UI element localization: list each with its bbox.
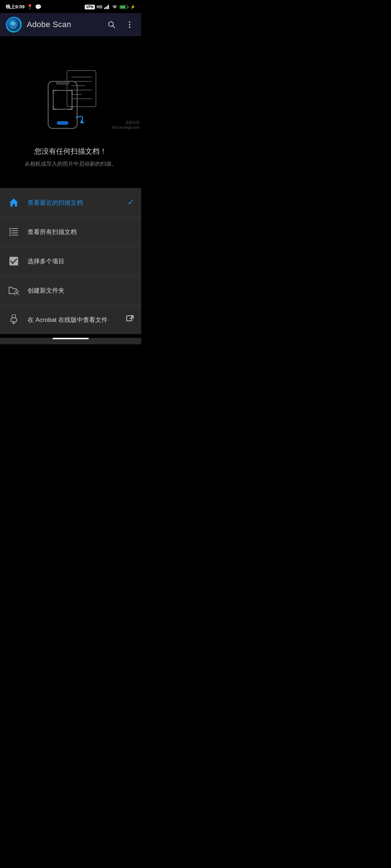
empty-illustration [38,63,103,136]
svg-rect-26 [12,230,18,231]
svg-rect-2 [107,6,108,9]
nav-indicator [52,338,89,339]
active-check-icon: ✓ [127,198,134,207]
home-icon [7,196,20,209]
menu-item-folder[interactable]: 创建新文件夹 [0,276,141,305]
menu-item-acrobat[interactable]: 在 Acrobat 在线版中查看文件 [0,305,141,334]
bottom-menu: 查看最近的扫描文档 ✓ 查看所有扫描文档 选择多个项目 [0,188,141,334]
search-icon [107,20,116,29]
status-time-area: 晚上9:09 📍 💬 [6,4,41,10]
vpn-badge: VPN [85,5,95,9]
more-button[interactable] [124,19,135,30]
more-icon [125,20,134,29]
menu-label-acrobat: 在 Acrobat 在线版中查看文件 [28,316,126,324]
charging-icon: ⚡ [130,5,135,9]
empty-subtitle: 从相机或导入的照片中启动新的扫描。 [25,160,117,168]
svg-rect-30 [12,235,18,235]
signal-icon [104,5,110,9]
status-bar: 晚上9:09 📍 💬 VPN HD ⚡ [0,0,141,13]
menu-label-recent: 查看最近的扫描文档 [28,199,127,207]
notif-icon-2: 💬 [35,4,41,10]
svg-point-9 [129,24,130,25]
app-bar-actions [106,19,135,30]
watermark-line2: bbs.liuxingw.com [112,125,140,130]
app-logo [6,17,22,33]
checkbox-icon [7,255,20,268]
acrobat-icon [7,313,20,326]
svg-rect-21 [57,121,68,125]
svg-rect-11 [67,71,96,107]
menu-label-all: 查看所有扫描文档 [28,228,134,236]
battery-indicator [119,5,129,9]
svg-rect-25 [9,230,11,231]
svg-point-35 [12,314,16,318]
svg-line-7 [113,26,115,28]
svg-point-8 [129,21,130,23]
svg-rect-19 [56,81,69,84]
menu-item-all[interactable]: 查看所有扫描文档 [0,217,141,247]
menu-label-select: 选择多个项目 [28,257,134,265]
status-right-area: VPN HD ⚡ [85,5,135,9]
watermark-line1: 流星社区 [112,120,140,125]
empty-title: 您没有任何扫描文档！ [34,146,107,156]
svg-point-5 [12,23,15,26]
main-content: 您没有任何扫描文档！ 从相机或导入的照片中启动新的扫描。 流星社区 bbs.li… [0,36,141,188]
svg-rect-0 [104,8,105,9]
svg-rect-3 [108,5,109,9]
svg-rect-1 [106,7,107,9]
svg-marker-22 [80,120,84,123]
hd-badge: HD [97,5,102,9]
svg-point-10 [129,26,130,28]
watermark: 流星社区 bbs.liuxingw.com [112,120,141,130]
external-link-icon [126,315,134,325]
app-bar: Adobe Scan [0,13,141,36]
time-display: 晚上9:09 [6,4,25,10]
app-title: Adobe Scan [27,20,101,29]
search-button[interactable] [106,19,117,30]
wifi-icon [112,5,118,9]
menu-label-folder: 创建新文件夹 [28,286,134,295]
svg-rect-24 [12,228,18,229]
svg-rect-29 [9,235,11,236]
svg-rect-23 [9,228,11,229]
menu-item-select[interactable]: 选择多个项目 [0,247,141,276]
folder-add-icon [7,284,20,297]
list-icon [7,225,20,238]
menu-item-recent[interactable]: 查看最近的扫描文档 ✓ [0,188,141,217]
notif-icon-1: 📍 [27,4,33,10]
svg-rect-27 [9,233,11,234]
svg-rect-28 [12,233,18,233]
nav-bar [0,338,141,344]
